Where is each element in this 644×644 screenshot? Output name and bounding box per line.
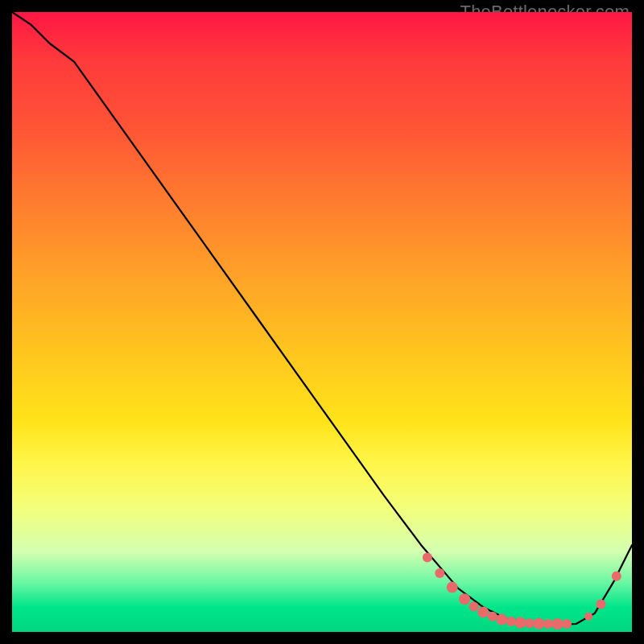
highlight-dot <box>469 601 479 611</box>
highlight-dot <box>435 568 444 578</box>
highlight-dot <box>447 582 458 593</box>
highlight-dot <box>506 617 516 626</box>
highlight-dot <box>562 619 572 629</box>
highlight-dot <box>612 572 621 581</box>
curve-layer <box>12 12 632 632</box>
highlight-dot <box>534 618 545 630</box>
plot-area <box>12 12 632 632</box>
highlight-dot <box>552 618 564 630</box>
highlight-dot <box>477 606 489 617</box>
highlight-dot <box>423 553 432 563</box>
highlight-dot <box>488 612 497 621</box>
highlight-dot <box>543 619 553 629</box>
highlight-dots-group <box>423 553 621 630</box>
highlight-dot <box>514 617 526 629</box>
chart-container: TheBottlenecker.com <box>0 0 644 644</box>
highlight-dot <box>597 599 606 609</box>
highlight-dot <box>459 593 470 605</box>
highlight-dot <box>496 614 507 625</box>
bottleneck-curve <box>12 12 632 625</box>
highlight-dot <box>525 618 535 628</box>
highlight-dot <box>584 613 592 621</box>
